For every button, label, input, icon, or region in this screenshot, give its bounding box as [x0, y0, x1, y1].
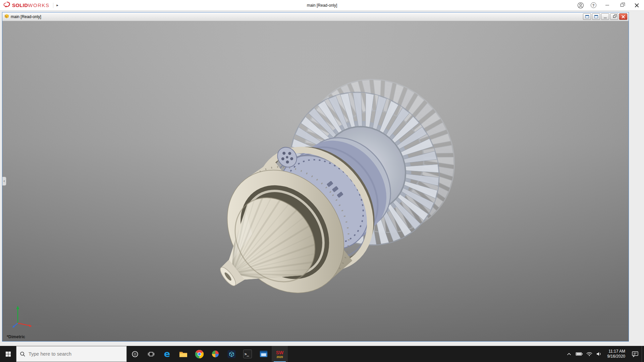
taskbar: e — [0, 346, 644, 362]
file-explorer-button[interactable] — [175, 346, 191, 362]
battery-status[interactable] — [574, 346, 584, 362]
system-tray: 11:17 AM 9/16/2020 — [564, 346, 644, 362]
document-titlebar[interactable]: main [Read-only] — [2, 12, 629, 21]
brand-separator — [53, 3, 53, 8]
graphics-area[interactable]: ‹ *Dimetric — [2, 21, 629, 341]
app-window-icon — [259, 350, 268, 358]
solidworks-badge: 2020 — [277, 355, 283, 359]
windows-logo-icon — [5, 351, 11, 357]
app-titlebar: SOLIDWORKS ▸ main [Read-only] ? — [0, 0, 644, 11]
assembly-icon — [4, 14, 9, 20]
command-prompt-icon: >_ — [243, 350, 252, 358]
remote-app-button[interactable] — [256, 346, 272, 362]
chrome-button[interactable] — [191, 346, 207, 362]
clock-date: 9/16/2020 — [607, 354, 625, 359]
cortana-button[interactable] — [127, 346, 143, 362]
jet-engine-model[interactable] — [2, 21, 629, 341]
restore-icon — [613, 15, 615, 18]
triad-z-axis — [14, 323, 18, 326]
doc-window-switch-button-2[interactable] — [592, 13, 600, 20]
app-close-button[interactable] — [629, 0, 644, 10]
battery-icon — [576, 352, 583, 356]
desktop-screen: SOLIDWORKS ▸ main [Read-only] ? — [0, 0, 644, 362]
orientation-triad — [10, 303, 40, 329]
solidworks-brand[interactable]: SOLIDWORKS ▸ — [0, 1, 58, 9]
document-window-controls — [583, 13, 627, 20]
taskbar-clock[interactable]: 11:17 AM 9/16/2020 — [604, 349, 628, 359]
menu-expand-arrow-icon[interactable]: ▸ — [57, 3, 59, 7]
close-icon — [622, 15, 625, 18]
start-button[interactable] — [0, 346, 16, 362]
featuremanager-collapse-tab[interactable]: ‹ — [2, 177, 6, 186]
show-desktop-button[interactable] — [642, 346, 644, 362]
doc-close-button[interactable] — [619, 13, 627, 20]
svg-text:SW: SW — [276, 350, 284, 355]
help-button[interactable]: ? — [587, 0, 600, 10]
taskbar-search[interactable] — [16, 346, 127, 362]
task-view-icon — [147, 350, 155, 358]
help-icon: ? — [591, 2, 596, 8]
account-button[interactable] — [574, 0, 587, 10]
solidworks-taskbar-button[interactable]: SW 2020 — [272, 346, 288, 362]
app-window-controls: ? — [574, 0, 644, 10]
chrome-icon — [195, 350, 204, 359]
action-center-icon — [632, 351, 639, 357]
viewer-3d-icon — [227, 350, 236, 359]
svg-text:e: e — [164, 349, 170, 359]
app-minimize-button[interactable] — [600, 0, 614, 10]
search-icon — [20, 351, 25, 357]
solidworks-app-icon: SW 2020 — [274, 348, 285, 360]
edge-icon: e — [162, 349, 172, 359]
viewer-3d-button[interactable] — [223, 346, 239, 362]
app-client-area: main [Read-only] — [0, 11, 644, 346]
media-app-icon — [211, 350, 220, 358]
volume-status[interactable] — [594, 346, 604, 362]
doc-restore-button[interactable] — [610, 13, 618, 20]
triad-x-axis — [18, 323, 30, 326]
network-status[interactable] — [584, 346, 594, 362]
window-icon — [594, 15, 598, 18]
restore-icon — [621, 4, 624, 7]
wifi-icon — [586, 352, 593, 356]
file-explorer-icon — [179, 350, 188, 358]
close-icon — [635, 3, 639, 7]
chevron-up-icon — [567, 352, 572, 356]
search-input[interactable] — [29, 351, 123, 357]
orientation-label: *Dimetric — [7, 335, 25, 339]
task-view-button[interactable] — [143, 346, 159, 362]
media-app-button[interactable] — [207, 346, 223, 362]
doc-window-switch-button-1[interactable] — [583, 13, 591, 20]
svg-text:>_: >_ — [245, 352, 249, 356]
solidworks-logo-icon — [3, 1, 11, 9]
app-window-title: main [Read-only] — [0, 3, 644, 8]
clock-time: 11:17 AM — [607, 349, 625, 354]
brand-text: SOLIDWORKS — [12, 2, 50, 8]
minimize-icon — [605, 5, 609, 6]
document-window: main [Read-only] — [2, 12, 629, 342]
doc-minimize-button[interactable] — [601, 13, 609, 20]
edge-button[interactable]: e — [159, 346, 175, 362]
minimize-icon — [604, 18, 607, 18]
document-title: main [Read-only] — [11, 14, 41, 19]
volume-icon — [596, 352, 602, 356]
cortana-icon — [131, 350, 139, 358]
tray-expand-button[interactable] — [564, 346, 574, 362]
app-restore-button[interactable] — [614, 0, 629, 10]
window-icon — [585, 15, 589, 18]
account-icon — [577, 2, 584, 9]
chevron-left-icon: ‹ — [4, 179, 5, 183]
action-center-button[interactable] — [628, 346, 642, 362]
command-prompt-button[interactable]: >_ — [239, 346, 256, 362]
